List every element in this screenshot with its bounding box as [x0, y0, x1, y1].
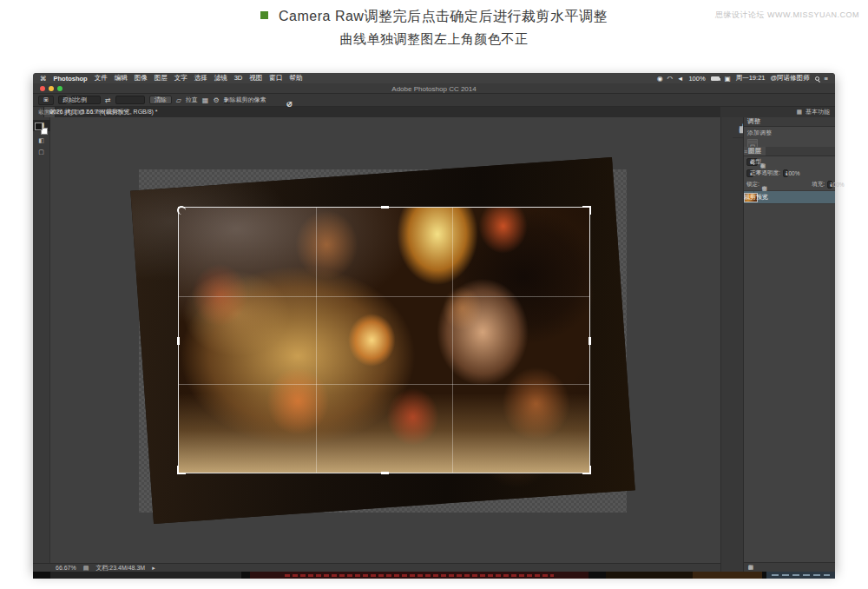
- menu-items: 文件编辑图像图层文字选择滤镜3D视图窗口帮助: [95, 74, 303, 83]
- grid-line: [179, 384, 589, 385]
- app-menu[interactable]: Photoshop: [54, 75, 88, 83]
- menu-item[interactable]: 3D: [234, 74, 243, 83]
- grid-line: [179, 296, 589, 297]
- add-adjustment-label: 添加调整: [744, 127, 835, 138]
- crop-handle-left[interactable]: [177, 337, 180, 345]
- watermark: 思缘设计论坛 WWW.MISSYUAN.COM: [715, 10, 859, 21]
- menu-item[interactable]: 图像: [135, 74, 148, 83]
- status-bar: 66.67% ▤ 文档:23.4M/48.3M ▸: [33, 563, 720, 572]
- straighten-icon[interactable]: ▱: [176, 96, 181, 104]
- panel-menu-icon[interactable]: ≡: [744, 149, 750, 155]
- heading-line-2: 曲线单独调整图左上角颜色不正: [0, 31, 868, 48]
- menu-item[interactable]: 窗口: [269, 74, 282, 83]
- spotlight-icon[interactable]: [815, 76, 819, 81]
- panels-column: 调整 ≡ 添加调整 ☀▤◩◧▽ ◒◓◫◨⊟▦ ◸▧◰▨◱ 图层 通道 路径 ≡ …: [743, 117, 835, 572]
- menu-bar-status: ◉◠◄ 100% ▣ 周一19:21 @阿诺修图师 ≡: [657, 74, 828, 83]
- crop-handle-top[interactable]: [381, 206, 389, 208]
- color-swatches[interactable]: [35, 122, 48, 135]
- canvas-area[interactable]: [50, 117, 720, 563]
- user-name[interactable]: @阿诺修图师: [770, 74, 809, 83]
- window-title: Adobe Photoshop CC 2014: [33, 85, 835, 93]
- panel-icon-dock: ☀✦◪▶A≡▟: [720, 117, 743, 572]
- lock-row: 锁定: ▩✏✛◻ 填充: 100%▾: [744, 179, 835, 190]
- layer-row-selected[interactable]: ◉ 裁剪预览: [744, 190, 835, 204]
- grid-line: [316, 208, 317, 473]
- foreground-color-swatch[interactable]: [35, 122, 43, 130]
- mac-menu-bar: ⌘ Photoshop 文件编辑图像图层文字选择滤镜3D视图窗口帮助 ◉◠◄ 1…: [33, 73, 835, 83]
- crop-handle-bottom[interactable]: [381, 472, 389, 474]
- layers-bottom-bar: ∞fx◉◐▤▣▯: [744, 562, 835, 572]
- workspace-icon: ▦: [796, 109, 802, 116]
- crop-handle-bottom-left[interactable]: [177, 466, 186, 474]
- workspace-switcher[interactable]: ▦ 基本功能: [720, 107, 835, 117]
- crop-handle-top-left[interactable]: [177, 206, 186, 215]
- layer-filter-icon[interactable]: ◆: [760, 162, 765, 169]
- crop-handle-right[interactable]: [589, 337, 591, 345]
- fill-label: 填充:: [812, 181, 825, 189]
- tools-panel: ↖▭◌✎⊞✒✚✏♟↺◪▥●◐✑T▶★☞◎ ◧ ▢: [33, 117, 50, 563]
- menu-item[interactable]: 选择: [194, 74, 207, 83]
- fill-value[interactable]: 100%▾: [827, 181, 832, 189]
- menu-item[interactable]: 滤镜: [214, 74, 227, 83]
- menu-item[interactable]: 文字: [174, 74, 187, 83]
- menu-item[interactable]: 文件: [95, 74, 108, 83]
- photo-crop-preview: [179, 208, 589, 473]
- swap-dimensions-icon[interactable]: ⇄: [105, 96, 111, 104]
- overlay-options-icon[interactable]: ▦: [202, 96, 209, 104]
- bullet-icon: [260, 11, 268, 19]
- layer-name[interactable]: 裁剪预览: [744, 193, 768, 202]
- crop-height-input[interactable]: [115, 96, 145, 104]
- page: Camera Raw调整完后点击确定后进行裁剪水平调整 曲线单独调整图左上角颜色…: [0, 0, 868, 589]
- delete-cropped-pixels-label: 删除裁剪的像素: [224, 96, 266, 104]
- menu-item[interactable]: 视图: [249, 74, 262, 83]
- photoshop-window: ⌘ Photoshop 文件编辑图像图层文字选择滤镜3D视图窗口帮助 ◉◠◄ 1…: [33, 73, 835, 572]
- lock-label: 锁定:: [746, 181, 760, 189]
- crop-settings-gear-icon[interactable]: ⚙: [213, 96, 219, 104]
- volume-icon[interactable]: ◄: [677, 75, 683, 83]
- background-window-sliver: [33, 572, 835, 579]
- menu-item[interactable]: 编辑: [115, 74, 128, 83]
- layer-filter-select[interactable]: 类型▾: [746, 158, 758, 166]
- document-tab-bar: × 妆面教程.jpg @ 12.1%(RGB/8) * × 0026 拷贝 @ …: [33, 107, 720, 117]
- opacity-value[interactable]: 100%▾: [783, 169, 788, 177]
- blend-mode-row: 正常▾ 不透明度: 100%▾: [744, 168, 835, 179]
- quick-mask-icon[interactable]: ◧: [33, 135, 50, 146]
- input-source-icon[interactable]: ▣: [725, 75, 731, 83]
- panel-menu-icon[interactable]: ≡: [747, 119, 751, 125]
- adjustments-panel-header[interactable]: 调整 ≡: [744, 117, 835, 127]
- workspace-label: 基本功能: [806, 108, 830, 116]
- battery-percent: 100%: [688, 75, 705, 83]
- clock[interactable]: 周一19:21: [736, 74, 766, 83]
- document-tab-1[interactable]: × 妆面教程.jpg @ 12.1%(RGB/8) *: [33, 107, 44, 117]
- apple-menu-icon[interactable]: ⌘: [40, 75, 47, 83]
- heading-text-1: Camera Raw调整完后点击确定后进行裁剪水平调整: [279, 9, 608, 23]
- layers-panel-tabs: 图层 通道 路径 ≡: [744, 147, 835, 156]
- document-icon: ▤: [83, 565, 89, 572]
- menu-item[interactable]: 图层: [155, 74, 168, 83]
- crop-handle-top-right[interactable]: [582, 206, 591, 215]
- grid-line: [452, 208, 453, 473]
- notification-icon[interactable]: ◉: [657, 75, 663, 83]
- zoom-level[interactable]: 66.67%: [56, 565, 76, 571]
- wifi-icon[interactable]: ◠: [667, 75, 673, 83]
- screen-mode-icon[interactable]: ▢: [33, 146, 50, 157]
- layer-filter-row: 类型▾ ▣◐T▢◆: [744, 156, 835, 168]
- straighten-label[interactable]: 拉直: [186, 96, 198, 104]
- crop-tool-preset-icon[interactable]: ⊞▾: [38, 96, 54, 105]
- document-size-info[interactable]: 文档:23.4M/48.3M: [95, 564, 145, 572]
- layers-empty-area: [744, 204, 835, 562]
- battery-icon: [711, 76, 720, 81]
- menu-item[interactable]: 帮助: [289, 74, 302, 83]
- crop-options-bar: ⊞▾ 原始比例↕ ⇄ 清除 ▱ 拉直 ▦ ⚙ ✓ 删除裁剪的像素 ↺ ⊘ ✓: [33, 94, 835, 107]
- crop-handle-bottom-right[interactable]: [582, 466, 591, 474]
- lock-icon[interactable]: ◻: [762, 185, 766, 192]
- status-arrow-icon[interactable]: ▸: [152, 565, 155, 572]
- notification-center-icon[interactable]: ≡: [825, 75, 828, 83]
- window-title-bar: Adobe Photoshop CC 2014: [33, 83, 835, 94]
- crop-bounding-box[interactable]: [178, 207, 590, 473]
- aspect-ratio-select[interactable]: 原始比例↕: [58, 96, 67, 104]
- blend-mode-select[interactable]: 正常▾: [746, 169, 753, 177]
- layers-bottom-icon[interactable]: ▯: [748, 564, 752, 571]
- clear-button[interactable]: 清除: [149, 96, 172, 104]
